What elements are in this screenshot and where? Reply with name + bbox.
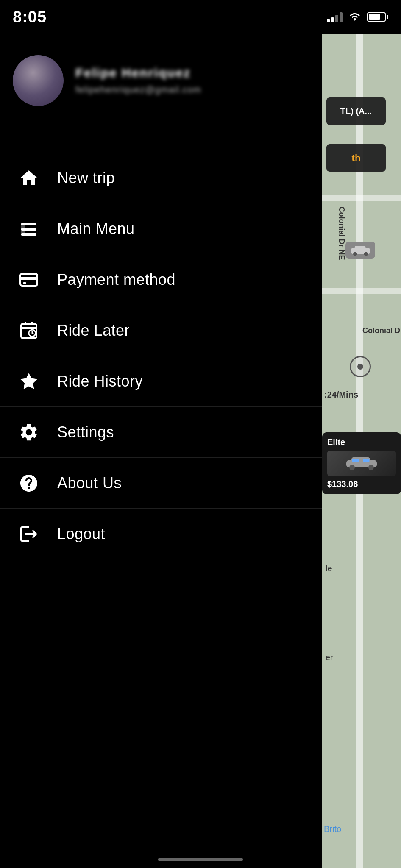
car-marker [345,242,375,259]
svg-rect-16 [23,282,26,284]
svg-point-3 [364,252,368,256]
svg-rect-13 [21,223,25,236]
svg-point-2 [353,252,357,256]
user-email: felipehenriquez@gmail.com [75,84,309,95]
sidebar: Felipe Henriquez felipehenriquez@gmail.c… [0,34,322,868]
menu-label-ride-history: Ride History [57,373,143,390]
map-text-stub-3: Brito [324,824,341,834]
status-bar: 8:05 [0,0,401,34]
svg-point-7 [368,465,374,470]
road-label-2: Colonial D [362,326,400,335]
elite-card: Elite $133.08 [322,432,401,494]
menu-item-new-trip[interactable]: New trip [0,153,322,203]
settings-icon [17,420,40,444]
menu-item-ride-history[interactable]: Ride History [0,356,322,407]
menu-label-main-menu: Main Menu [57,220,135,238]
calendar-icon [17,319,40,342]
payment-icon [17,268,40,291]
map-popup-1: TL) (A... [326,97,386,125]
menu-list: New trip Main Menu [0,153,322,559]
menu-item-settings[interactable]: Settings [0,407,322,458]
status-time: 8:05 [13,8,47,26]
menu-item-ride-later[interactable]: Ride Later [0,305,322,356]
user-info: Felipe Henriquez felipehenriquez@gmail.c… [75,66,309,95]
menu-item-main-menu[interactable]: Main Menu [0,203,322,254]
map-text-stub-1: le [326,564,332,573]
svg-rect-9 [363,459,369,462]
star-icon [17,370,40,393]
map-text-stub-2: er [326,653,333,662]
road-label: Colonial Dr NE [337,206,346,260]
status-icons [327,11,388,22]
map-background: TL) (A... th Colonial Dr NE :24/Mins [322,34,401,868]
menu-item-about-us[interactable]: About Us [0,458,322,509]
svg-point-6 [349,465,355,470]
profile-spacer [0,127,322,153]
menu-label-logout: Logout [57,525,105,543]
home-icon [17,166,40,189]
wifi-icon [348,11,361,22]
menu-label-ride-later: Ride Later [57,322,130,339]
price-tag: :24/Mins [324,390,358,400]
user-name: Felipe Henriquez [75,66,309,80]
app-container: TL) (A... th Colonial Dr NE :24/Mins [0,34,401,868]
svg-rect-1 [354,246,365,250]
signal-icon [327,11,343,22]
avatar [13,55,64,106]
menu-label-settings: Settings [57,423,114,441]
elite-price: $133.08 [327,479,396,489]
user-profile[interactable]: Felipe Henriquez felipehenriquez@gmail.c… [0,34,322,127]
menu-item-logout[interactable]: Logout [0,509,322,559]
menu-label-about-us: About Us [57,474,122,492]
menu-label-payment: Payment method [57,271,175,289]
location-pin [350,356,371,377]
elite-car-image [327,451,396,476]
battery-icon [367,12,388,22]
sidebar-bottom [0,559,322,868]
svg-rect-8 [352,459,359,462]
elite-label: Elite [327,437,396,447]
map-popup-2: th [326,144,386,172]
menu-label-new-trip: New trip [57,169,115,187]
home-indicator [158,858,243,861]
svg-rect-15 [20,277,37,280]
menu-item-payment-method[interactable]: Payment method [0,254,322,305]
help-icon [17,471,40,495]
logout-icon [17,522,40,545]
menu-icon [17,217,40,240]
